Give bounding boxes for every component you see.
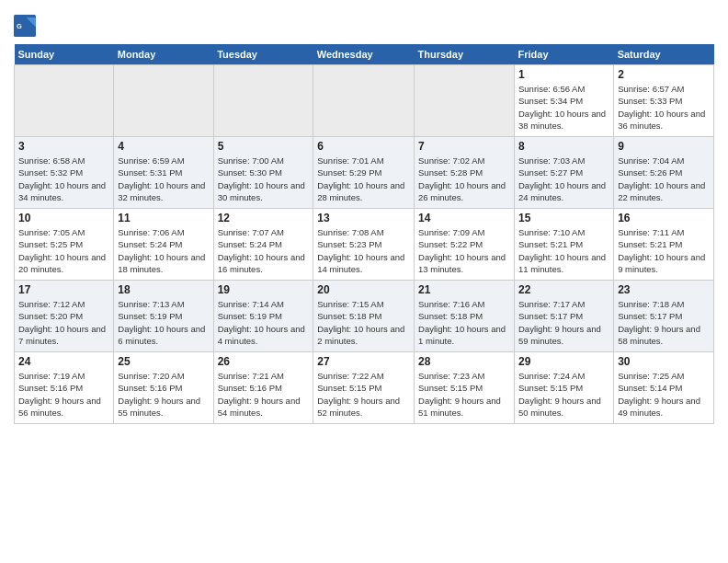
calendar-cell: 9Sunrise: 7:04 AM Sunset: 5:26 PM Daylig… bbox=[614, 137, 714, 209]
day-info: Sunrise: 7:24 AM Sunset: 5:15 PM Dayligh… bbox=[518, 370, 609, 419]
calendar-cell: 28Sunrise: 7:23 AM Sunset: 5:15 PM Dayli… bbox=[415, 352, 515, 424]
day-number: 23 bbox=[618, 283, 710, 296]
day-info: Sunrise: 7:23 AM Sunset: 5:15 PM Dayligh… bbox=[418, 370, 510, 419]
svg-text:G: G bbox=[17, 22, 22, 30]
calendar-cell: 14Sunrise: 7:09 AM Sunset: 5:22 PM Dayli… bbox=[415, 209, 515, 281]
day-info: Sunrise: 7:21 AM Sunset: 5:16 PM Dayligh… bbox=[218, 370, 310, 419]
weekday-header-monday: Monday bbox=[114, 44, 213, 65]
day-info: Sunrise: 7:02 AM Sunset: 5:28 PM Dayligh… bbox=[418, 155, 510, 203]
day-info: Sunrise: 7:18 AM Sunset: 5:17 PM Dayligh… bbox=[618, 298, 710, 347]
day-number: 16 bbox=[618, 212, 710, 224]
day-number: 6 bbox=[317, 140, 410, 153]
day-number: 25 bbox=[118, 355, 209, 368]
day-number: 22 bbox=[518, 283, 609, 296]
calendar-cell: 8Sunrise: 7:03 AM Sunset: 5:27 PM Daylig… bbox=[515, 137, 614, 209]
day-info: Sunrise: 7:04 AM Sunset: 5:26 PM Dayligh… bbox=[618, 155, 710, 203]
day-info: Sunrise: 7:17 AM Sunset: 5:17 PM Dayligh… bbox=[518, 298, 609, 347]
calendar-cell: 10Sunrise: 7:05 AM Sunset: 5:25 PM Dayli… bbox=[15, 209, 114, 281]
calendar-cell bbox=[415, 65, 515, 137]
calendar-cell: 11Sunrise: 7:06 AM Sunset: 5:24 PM Dayli… bbox=[114, 209, 213, 281]
day-number: 17 bbox=[18, 283, 109, 296]
day-number: 26 bbox=[218, 355, 310, 368]
day-number: 15 bbox=[518, 212, 609, 224]
calendar-cell: 20Sunrise: 7:15 AM Sunset: 5:18 PM Dayli… bbox=[313, 281, 415, 352]
day-number: 2 bbox=[618, 68, 710, 81]
day-info: Sunrise: 7:14 AM Sunset: 5:19 PM Dayligh… bbox=[218, 298, 310, 347]
day-number: 13 bbox=[317, 212, 410, 224]
weekday-header-friday: Friday bbox=[515, 44, 614, 65]
day-info: Sunrise: 7:22 AM Sunset: 5:15 PM Dayligh… bbox=[317, 370, 410, 419]
calendar-cell: 24Sunrise: 7:19 AM Sunset: 5:16 PM Dayli… bbox=[15, 352, 114, 424]
header-row: G bbox=[14, 9, 714, 39]
calendar-cell: 1Sunrise: 6:56 AM Sunset: 5:34 PM Daylig… bbox=[515, 65, 614, 137]
day-number: 1 bbox=[518, 68, 609, 81]
week-row-3: 10Sunrise: 7:05 AM Sunset: 5:25 PM Dayli… bbox=[15, 209, 714, 281]
day-info: Sunrise: 7:10 AM Sunset: 5:21 PM Dayligh… bbox=[518, 226, 609, 275]
calendar-cell: 19Sunrise: 7:14 AM Sunset: 5:19 PM Dayli… bbox=[213, 281, 313, 352]
calendar-cell: 16Sunrise: 7:11 AM Sunset: 5:21 PM Dayli… bbox=[614, 209, 714, 281]
calendar-cell bbox=[213, 65, 313, 137]
day-info: Sunrise: 7:09 AM Sunset: 5:22 PM Dayligh… bbox=[418, 226, 510, 275]
calendar-cell: 23Sunrise: 7:18 AM Sunset: 5:17 PM Dayli… bbox=[614, 281, 714, 352]
day-number: 28 bbox=[418, 355, 510, 368]
calendar-cell: 27Sunrise: 7:22 AM Sunset: 5:15 PM Dayli… bbox=[313, 352, 415, 424]
calendar-cell: 29Sunrise: 7:24 AM Sunset: 5:15 PM Dayli… bbox=[515, 352, 614, 424]
day-number: 4 bbox=[118, 140, 209, 153]
logo-icon: G bbox=[14, 13, 36, 39]
day-info: Sunrise: 6:57 AM Sunset: 5:33 PM Dayligh… bbox=[618, 83, 710, 132]
day-number: 30 bbox=[618, 355, 710, 368]
day-info: Sunrise: 7:05 AM Sunset: 5:25 PM Dayligh… bbox=[18, 226, 109, 275]
day-number: 24 bbox=[18, 355, 109, 368]
calendar-cell: 2Sunrise: 6:57 AM Sunset: 5:33 PM Daylig… bbox=[614, 65, 714, 137]
weekday-header-tuesday: Tuesday bbox=[213, 44, 313, 65]
weekday-header-wednesday: Wednesday bbox=[313, 44, 415, 65]
day-info: Sunrise: 7:25 AM Sunset: 5:14 PM Dayligh… bbox=[618, 370, 710, 419]
week-row-5: 24Sunrise: 7:19 AM Sunset: 5:16 PM Dayli… bbox=[15, 352, 714, 424]
calendar-cell: 3Sunrise: 6:58 AM Sunset: 5:32 PM Daylig… bbox=[15, 137, 114, 209]
day-info: Sunrise: 7:11 AM Sunset: 5:21 PM Dayligh… bbox=[618, 226, 710, 275]
day-number: 27 bbox=[317, 355, 410, 368]
calendar-cell: 4Sunrise: 6:59 AM Sunset: 5:31 PM Daylig… bbox=[114, 137, 213, 209]
day-number: 11 bbox=[118, 212, 209, 224]
day-number: 10 bbox=[18, 212, 109, 224]
calendar-cell: 22Sunrise: 7:17 AM Sunset: 5:17 PM Dayli… bbox=[515, 281, 614, 352]
day-number: 29 bbox=[518, 355, 609, 368]
calendar-cell bbox=[15, 65, 114, 137]
day-info: Sunrise: 7:06 AM Sunset: 5:24 PM Dayligh… bbox=[118, 226, 209, 275]
day-info: Sunrise: 7:13 AM Sunset: 5:19 PM Dayligh… bbox=[118, 298, 209, 347]
day-info: Sunrise: 6:56 AM Sunset: 5:34 PM Dayligh… bbox=[518, 83, 609, 132]
day-info: Sunrise: 7:16 AM Sunset: 5:18 PM Dayligh… bbox=[418, 298, 510, 347]
day-info: Sunrise: 6:59 AM Sunset: 5:31 PM Dayligh… bbox=[118, 155, 209, 203]
calendar-table: SundayMondayTuesdayWednesdayThursdayFrid… bbox=[14, 44, 714, 424]
week-row-4: 17Sunrise: 7:12 AM Sunset: 5:20 PM Dayli… bbox=[15, 281, 714, 352]
day-info: Sunrise: 6:58 AM Sunset: 5:32 PM Dayligh… bbox=[18, 155, 109, 203]
day-info: Sunrise: 7:12 AM Sunset: 5:20 PM Dayligh… bbox=[18, 298, 109, 347]
day-number: 14 bbox=[418, 212, 510, 224]
calendar-cell: 5Sunrise: 7:00 AM Sunset: 5:30 PM Daylig… bbox=[213, 137, 313, 209]
day-info: Sunrise: 7:19 AM Sunset: 5:16 PM Dayligh… bbox=[18, 370, 109, 419]
weekday-header-row: SundayMondayTuesdayWednesdayThursdayFrid… bbox=[15, 44, 714, 65]
calendar-cell: 25Sunrise: 7:20 AM Sunset: 5:16 PM Dayli… bbox=[114, 352, 213, 424]
day-number: 3 bbox=[18, 140, 109, 153]
calendar-cell: 12Sunrise: 7:07 AM Sunset: 5:24 PM Dayli… bbox=[213, 209, 313, 281]
week-row-2: 3Sunrise: 6:58 AM Sunset: 5:32 PM Daylig… bbox=[15, 137, 714, 209]
day-number: 18 bbox=[118, 283, 209, 296]
week-row-1: 1Sunrise: 6:56 AM Sunset: 5:34 PM Daylig… bbox=[15, 65, 714, 137]
day-info: Sunrise: 7:08 AM Sunset: 5:23 PM Dayligh… bbox=[317, 226, 410, 275]
calendar-cell: 6Sunrise: 7:01 AM Sunset: 5:29 PM Daylig… bbox=[313, 137, 415, 209]
calendar-cell: 26Sunrise: 7:21 AM Sunset: 5:16 PM Dayli… bbox=[213, 352, 313, 424]
calendar-cell bbox=[114, 65, 213, 137]
day-info: Sunrise: 7:00 AM Sunset: 5:30 PM Dayligh… bbox=[218, 155, 310, 203]
day-number: 9 bbox=[618, 140, 710, 153]
day-number: 21 bbox=[418, 283, 510, 296]
day-info: Sunrise: 7:03 AM Sunset: 5:27 PM Dayligh… bbox=[518, 155, 609, 203]
calendar-cell: 7Sunrise: 7:02 AM Sunset: 5:28 PM Daylig… bbox=[415, 137, 515, 209]
day-info: Sunrise: 7:07 AM Sunset: 5:24 PM Dayligh… bbox=[218, 226, 310, 275]
weekday-header-sunday: Sunday bbox=[15, 44, 114, 65]
day-number: 20 bbox=[317, 283, 410, 296]
calendar-cell: 21Sunrise: 7:16 AM Sunset: 5:18 PM Dayli… bbox=[415, 281, 515, 352]
weekday-header-thursday: Thursday bbox=[415, 44, 515, 65]
calendar-cell: 17Sunrise: 7:12 AM Sunset: 5:20 PM Dayli… bbox=[15, 281, 114, 352]
day-info: Sunrise: 7:15 AM Sunset: 5:18 PM Dayligh… bbox=[317, 298, 410, 347]
day-number: 12 bbox=[218, 212, 310, 224]
